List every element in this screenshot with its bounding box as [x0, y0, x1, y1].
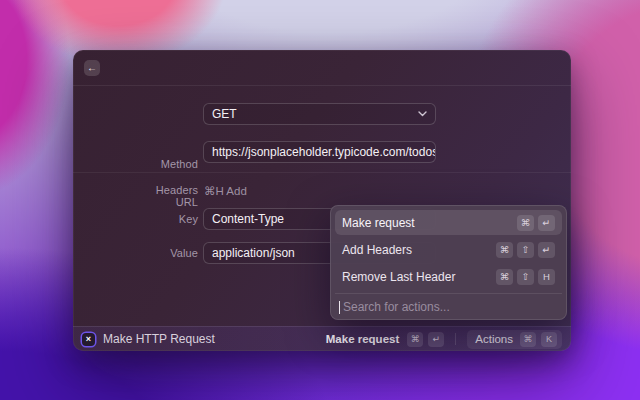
- menu-item-remove-last-header[interactable]: Remove Last Header ⌘ ⇧ H: [335, 264, 562, 289]
- menu-item-label: Remove Last Header: [342, 270, 455, 284]
- value-label: Value: [73, 247, 198, 259]
- shift-key-badge: ⇧: [517, 242, 534, 258]
- shortcut-keys: ⌘ ⇧ H: [496, 269, 555, 285]
- return-key-badge: ↵: [428, 332, 444, 347]
- section-divider: [73, 172, 571, 173]
- shortcut-keys: ⌘ ↵: [517, 215, 555, 231]
- url-value: https://jsonplaceholder.typicode.com/tod…: [212, 145, 436, 159]
- menu-item-label: Make request: [342, 216, 415, 230]
- return-key-badge: ↵: [538, 215, 555, 231]
- cmd-key-badge: ⌘: [520, 332, 536, 347]
- cmd-key-badge: ⌘: [517, 215, 534, 231]
- chevron-down-icon: [418, 111, 427, 117]
- back-arrow-icon: ←: [87, 62, 97, 73]
- actions-button[interactable]: Actions ⌘ K: [467, 330, 562, 349]
- back-button[interactable]: ←: [84, 60, 100, 76]
- h-key-badge: H: [538, 269, 555, 285]
- command-title: Make HTTP Request: [103, 332, 215, 346]
- primary-action-label: Make request: [326, 333, 400, 345]
- shift-key-badge: ⇧: [517, 269, 534, 285]
- add-header-hint: ⌘H Add: [204, 184, 247, 198]
- method-value: GET: [212, 107, 237, 121]
- return-key-badge: ↵: [538, 242, 555, 258]
- window-header: ←: [73, 50, 571, 86]
- headers-label: Headers: [73, 184, 198, 196]
- key-label: Key: [73, 213, 198, 225]
- header-key-value: Content-Type: [212, 212, 284, 226]
- search-placeholder: Search for actions...: [343, 300, 450, 314]
- header-value-value: application/json: [212, 246, 295, 260]
- extension-icon: ×: [82, 333, 95, 346]
- menu-item-label: Add Headers: [342, 243, 412, 257]
- menu-item-make-request[interactable]: Make request ⌘ ↵: [335, 210, 562, 235]
- desktop-wallpaper: ← Method GET URL https://jsonplaceholder…: [0, 0, 640, 400]
- cmd-key-badge: ⌘: [407, 332, 423, 347]
- url-label: URL: [73, 196, 198, 208]
- primary-action-button[interactable]: Make request ⌘ ↵: [326, 332, 445, 347]
- extension-icon-glyph: ×: [86, 334, 91, 344]
- action-search-input[interactable]: Search for actions...: [335, 293, 562, 320]
- actions-button-label: Actions: [475, 333, 513, 345]
- status-bar: × Make HTTP Request Make request ⌘ ↵ Act…: [73, 326, 571, 351]
- cmd-key-badge: ⌘: [496, 269, 513, 285]
- menu-item-add-headers[interactable]: Add Headers ⌘ ⇧ ↵: [335, 237, 562, 262]
- cmd-key-badge: ⌘: [496, 242, 513, 258]
- text-cursor: [339, 301, 340, 314]
- shortcut-keys: ⌘ ⇧ ↵: [496, 242, 555, 258]
- status-bar-divider: [455, 333, 456, 345]
- url-input[interactable]: https://jsonplaceholder.typicode.com/tod…: [203, 141, 436, 163]
- k-key-badge: K: [541, 332, 557, 347]
- actions-popup-menu: Make request ⌘ ↵ Add Headers ⌘ ⇧ ↵ Remov…: [330, 205, 567, 320]
- method-select[interactable]: GET: [203, 103, 436, 125]
- method-label: Method: [73, 158, 198, 170]
